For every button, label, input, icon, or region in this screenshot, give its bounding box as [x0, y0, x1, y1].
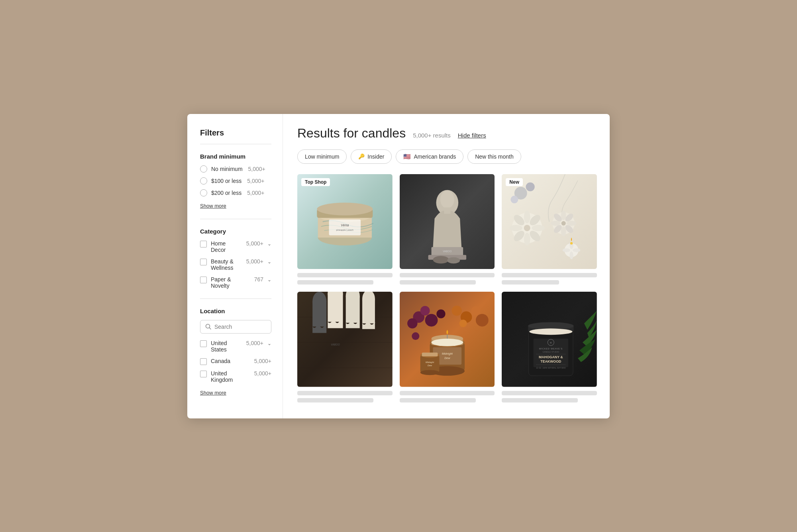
product-skeleton-3 — [502, 273, 597, 285]
checkbox-paper-novelty-label: Paper & Novelty — [211, 276, 249, 289]
svg-text:Midnight: Midnight — [426, 361, 434, 363]
product-card-2[interactable]: VABOO — [400, 174, 495, 285]
svg-point-28 — [532, 225, 545, 231]
checkbox-uk-count: 5,000+ — [254, 370, 271, 377]
category-paper-novelty[interactable]: Paper & Novelty 767 ⌄ — [200, 276, 271, 289]
svg-point-25 — [524, 210, 530, 223]
radio-200-count: 5,000+ — [247, 190, 264, 196]
checkbox-canada-count: 5,000+ — [254, 358, 271, 364]
pill-insider[interactable]: 🔑 Insider — [351, 149, 392, 164]
skeleton-line — [400, 280, 476, 285]
radio-no-minimum[interactable] — [200, 165, 207, 173]
svg-text:12 OZ. 100% NATURAL SOY WAX: 12 OZ. 100% NATURAL SOY WAX — [536, 367, 566, 369]
svg-point-17 — [433, 256, 449, 263]
checkbox-home-decor[interactable] — [200, 241, 207, 247]
location-us[interactable]: United States 5,000+ ⌄ — [200, 340, 271, 353]
flag-icon: 🇺🇸 — [403, 153, 411, 160]
svg-point-76 — [471, 306, 480, 315]
svg-point-26 — [524, 233, 530, 245]
svg-point-49 — [570, 242, 573, 244]
location-canada[interactable]: Canada 5,000+ — [200, 358, 271, 365]
radio-100[interactable] — [200, 177, 207, 185]
svg-point-77 — [476, 314, 489, 327]
svg-rect-58 — [328, 293, 343, 322]
svg-text:CANDLE STUDIO: CANDLE STUDIO — [543, 351, 559, 353]
location-show-more[interactable]: Show more — [200, 390, 226, 396]
svg-point-72 — [436, 310, 445, 318]
location-uk[interactable]: United Kingdom 5,000+ — [200, 370, 271, 383]
brand-min-no-minimum[interactable]: No minimum 5,000+ — [200, 165, 271, 173]
svg-rect-8 — [329, 219, 361, 235]
location-search-input[interactable] — [214, 324, 266, 330]
product-image-5: Midnight Dew Midnight Dew — [400, 292, 495, 387]
svg-text:MAHOGANY &: MAHOGANY & — [539, 355, 563, 359]
skeleton-line — [400, 398, 476, 402]
svg-point-33 — [524, 225, 530, 231]
product-card-6[interactable]: W WICKED WEAVE'S CANDLE STUDIO MAHOGANY … — [502, 292, 597, 402]
checkbox-uk[interactable] — [200, 371, 207, 377]
chevron-paper-novelty-icon: ⌄ — [267, 277, 271, 283]
svg-text:WICKED WEAVE'S: WICKED WEAVE'S — [539, 347, 563, 350]
search-icon — [205, 324, 211, 330]
svg-point-22 — [526, 182, 535, 191]
svg-point-69 — [420, 306, 430, 316]
svg-point-71 — [407, 318, 417, 328]
sidebar: Filters Brand minimum No minimum 5,000+ … — [187, 114, 283, 418]
pill-american-brands[interactable]: 🇺🇸 American brands — [396, 149, 463, 164]
svg-rect-61 — [346, 296, 360, 323]
svg-point-37 — [551, 220, 561, 226]
pill-low-minimum[interactable]: Low minimum — [297, 149, 347, 164]
location-search-box[interactable] — [200, 320, 271, 334]
checkbox-us[interactable] — [200, 340, 207, 347]
checkbox-us-count: 5,000+ — [246, 340, 263, 346]
svg-point-23 — [511, 196, 518, 203]
radio-no-minimum-label: No minimum — [211, 166, 243, 172]
svg-point-70 — [425, 314, 438, 327]
svg-point-13 — [440, 190, 454, 208]
checkbox-paper-novelty[interactable] — [200, 277, 207, 283]
chevron-home-decor-icon: ⌄ — [267, 241, 271, 247]
checkbox-beauty-wellness[interactable] — [200, 259, 207, 265]
location-title: Location — [200, 308, 271, 314]
svg-point-91 — [420, 370, 439, 375]
skeleton-line — [297, 391, 393, 395]
hide-filters-button[interactable]: Hide filters — [458, 132, 486, 139]
skeleton-line — [400, 273, 495, 277]
product-skeleton-2 — [400, 273, 495, 285]
svg-text:Dew: Dew — [428, 364, 432, 367]
chevron-us-icon: ⌄ — [267, 341, 271, 346]
filter-pills: Low minimum 🔑 Insider 🇺🇸 American brands… — [297, 149, 597, 164]
skeleton-line — [297, 280, 373, 285]
brand-min-show-more[interactable]: Show more — [200, 203, 226, 209]
radio-200[interactable] — [200, 189, 207, 196]
product-card-3[interactable]: New — [502, 174, 597, 285]
checkbox-uk-label: United Kingdom — [211, 370, 249, 383]
svg-text:pineapple | peach: pineapple | peach — [336, 228, 353, 231]
brand-min-100[interactable]: $100 or less 5,000+ — [200, 177, 271, 185]
checkbox-canada[interactable] — [200, 358, 207, 365]
svg-text:W: W — [550, 342, 552, 344]
product-card-5[interactable]: Midnight Dew Midnight Dew — [400, 292, 495, 402]
product-skeleton-4 — [297, 391, 393, 402]
skeleton-line — [502, 280, 559, 285]
category-section: Category Home Decor 5,000+ ⌄ Beauty & We… — [200, 228, 271, 289]
svg-line-1 — [210, 328, 211, 330]
product-card-1[interactable]: Vena pineapple | peach Top Shop — [297, 174, 393, 285]
svg-rect-92 — [422, 353, 438, 357]
pill-new-this-month[interactable]: New this month — [467, 149, 521, 164]
brand-min-200[interactable]: $200 or less 5,000+ — [200, 189, 271, 196]
category-title: Category — [200, 228, 271, 235]
product-card-4[interactable]: VABOO — [297, 292, 393, 402]
svg-point-78 — [459, 320, 467, 327]
product-image-wrap-5: Midnight Dew Midnight Dew — [400, 292, 495, 387]
category-beauty-wellness[interactable]: Beauty & Wellness 5,000+ ⌄ — [200, 258, 271, 271]
results-count: 5,000+ results — [413, 132, 451, 139]
svg-rect-14 — [444, 207, 450, 214]
category-home-decor[interactable]: Home Decor 5,000+ ⌄ — [200, 240, 271, 253]
main-title: Results for candles — [297, 126, 406, 141]
svg-rect-50 — [297, 292, 393, 387]
product-badge-1: Top Shop — [301, 178, 330, 186]
product-skeleton-5 — [400, 391, 495, 402]
product-image-wrap-1: Vena pineapple | peach Top Shop — [297, 174, 393, 269]
main-header: Results for candles 5,000+ results Hide … — [297, 126, 597, 141]
